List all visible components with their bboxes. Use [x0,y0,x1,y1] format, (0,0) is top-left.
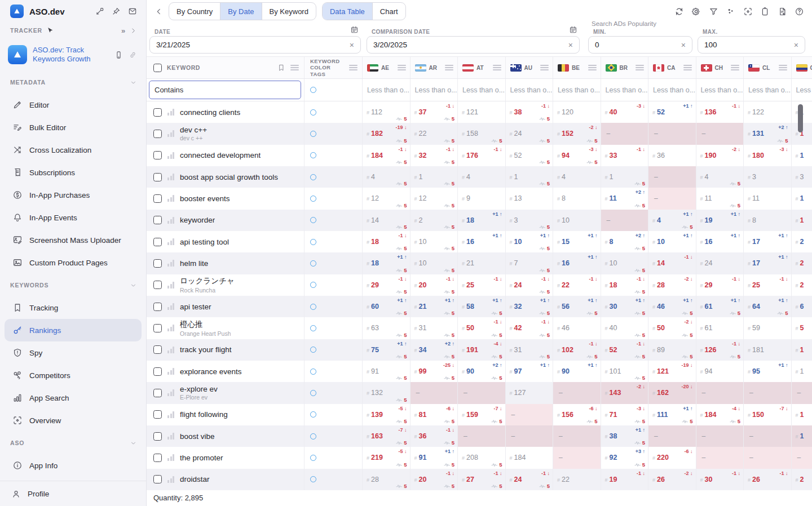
row-checkbox[interactable] [153,130,162,138]
row-checkbox[interactable] [153,303,162,311]
back-button[interactable] [155,7,163,16]
tracked-app-card[interactable]: ASO.dev: Track Keywords Growth [0,38,146,71]
keyword-chart-icon[interactable] [167,152,174,159]
color-tag-cell[interactable] [304,252,363,274]
section-label-metadata[interactable]: METADATA [0,71,146,94]
column-menu-icon[interactable] [779,65,787,70]
sidebar-item-screenshot-mass-uploader[interactable]: Screenshot Mass Uploader [5,229,142,251]
color-tag-cell[interactable] [304,101,363,123]
sidebar-item-rankings[interactable]: Rankings [5,319,142,341]
sidebar-item-custom-product-pages[interactable]: Custom Product Pages [5,251,142,274]
column-header-be[interactable]: BE [553,57,601,78]
row-checkbox[interactable] [153,367,162,376]
calendar-icon[interactable] [350,25,359,34]
column-menu-icon[interactable] [290,65,299,70]
comparison-date-input[interactable]: 3/20/2025 × [367,36,580,54]
keyword-chart-icon[interactable] [167,217,174,224]
settings-icon[interactable] [691,7,701,16]
column-header-co[interactable]: CO [792,57,812,78]
keyword-chart-icon[interactable] [167,130,174,137]
keyword-chart-icon[interactable] [167,238,174,245]
column-header-ar[interactable]: AR [411,57,458,78]
keyword-chart-icon[interactable] [167,411,174,418]
color-tag-filter-cell[interactable] [304,79,363,101]
row-checkbox[interactable] [153,389,162,397]
overview-icon[interactable] [743,7,753,16]
keyword-chart-icon[interactable] [167,195,174,202]
color-tag-cell[interactable] [304,469,363,490]
chevron-right-icon[interactable] [130,27,137,34]
bookmark-icon[interactable] [277,64,285,72]
section-label-aso[interactable]: ASO [0,432,146,454]
column-menu-icon[interactable] [540,65,549,70]
keyword-chart-icon[interactable] [167,433,174,440]
color-tag-cell[interactable] [304,447,363,468]
row-checkbox[interactable] [153,432,162,441]
color-tag-cell[interactable] [304,317,363,339]
column-header-at[interactable]: AT [458,57,506,78]
row-checkbox[interactable] [153,151,162,159]
clear-icon[interactable]: × [681,41,686,49]
tab-by-date[interactable]: By Date [220,3,261,20]
filter-icon[interactable] [709,7,718,16]
device-icon[interactable] [114,51,123,59]
export-icon[interactable] [778,7,787,16]
column-header-br[interactable]: BR [601,57,649,78]
tab-by-country[interactable]: By Country [169,3,220,20]
sidebar-item-cross-localization[interactable]: Cross Localization [5,139,142,161]
column-header-ch[interactable]: CH [696,57,744,78]
sidebar-item-bulk-editor[interactable]: Bulk Editor [5,116,142,139]
column-menu-icon[interactable] [588,65,597,70]
column-menu-icon[interactable] [398,65,406,70]
color-tag-cell[interactable] [304,231,363,252]
sidebar-item-competitors[interactable]: Competitors [5,364,142,387]
column-header-ca[interactable]: CA [648,57,696,78]
keyword-chart-icon[interactable] [167,282,174,288]
clear-icon[interactable]: × [350,41,354,49]
keyword-chart-icon[interactable] [167,325,174,331]
row-checkbox[interactable] [153,194,162,203]
color-tag-cell[interactable] [304,296,363,317]
color-tag-cell[interactable] [304,361,363,382]
keyword-chart-icon[interactable] [167,389,174,396]
flow-icon[interactable] [95,7,104,16]
row-checkbox[interactable] [153,238,162,246]
date-input[interactable]: 3/21/2025 × [149,36,361,54]
keyword-chart-icon[interactable] [167,368,174,375]
profile-button[interactable]: Profile [0,481,146,506]
cluster-icon[interactable] [726,7,735,16]
column-menu-icon[interactable] [349,65,358,70]
keyword-chart-icon[interactable] [167,347,174,353]
vertical-scrollbar-thumb[interactable] [798,104,803,132]
column-header-ae[interactable]: AE [363,57,411,78]
popularity-min-input[interactable]: 0 × [588,36,692,54]
sidebar-item-tracking[interactable]: Tracking [5,296,142,319]
color-tag-cell[interactable] [304,210,363,231]
keyword-chart-icon[interactable] [167,174,174,180]
row-checkbox[interactable] [153,345,162,354]
sidebar-item-app-search[interactable]: App Search [5,387,142,409]
row-checkbox[interactable] [153,410,162,419]
color-tag-cell[interactable] [304,339,363,361]
row-checkbox[interactable] [153,173,162,181]
rank-filter-be[interactable]: Less than o... [553,79,601,101]
column-menu-icon[interactable] [445,65,453,70]
row-checkbox[interactable] [153,454,162,462]
tab-data-table[interactable]: Data Table [323,3,372,20]
tab-chart[interactable]: Chart [372,3,405,20]
color-tag-cell[interactable] [304,123,363,144]
keyword-chart-icon[interactable] [167,476,174,483]
sidebar-item-subscriptions[interactable]: Subscriptions [5,161,142,184]
rank-filter-ca[interactable]: Less than o... [648,79,696,101]
row-checkbox[interactable] [153,216,162,224]
rank-filter-ae[interactable]: Less than o... [363,79,411,101]
row-checkbox[interactable] [153,475,162,483]
keyword-chart-icon[interactable] [167,454,174,461]
collapse-all-icon[interactable]: » [121,26,126,35]
row-checkbox[interactable] [153,281,162,289]
keyword-chart-icon[interactable] [167,109,174,116]
tab-by-keyword[interactable]: By Keyword [262,3,316,20]
row-checkbox[interactable] [153,108,162,117]
clear-icon[interactable]: × [794,41,798,49]
color-tag-cell[interactable] [304,404,363,425]
